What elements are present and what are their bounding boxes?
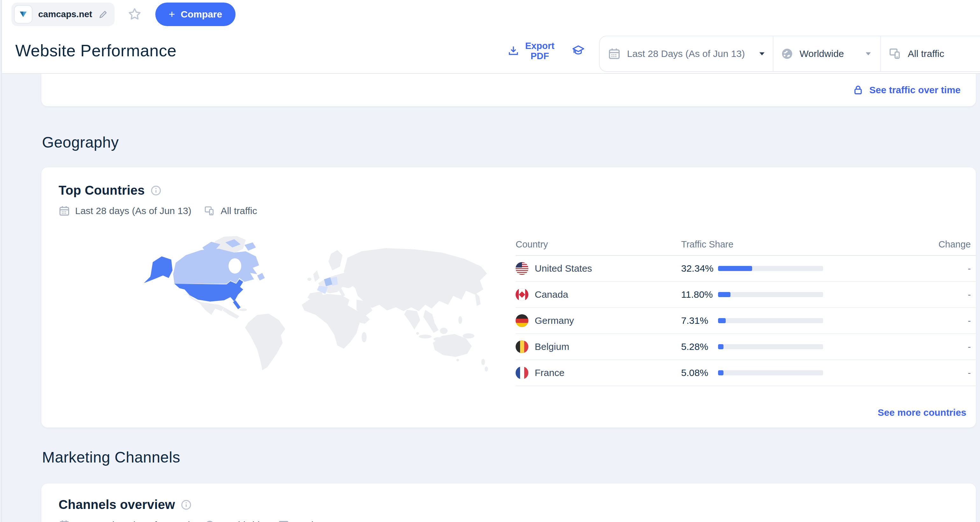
traffic-share-value: 11.80% bbox=[681, 289, 713, 300]
meta-date-range: Last 28 days (As of Jun 13) bbox=[59, 205, 191, 217]
alaska-shape bbox=[144, 256, 172, 283]
top-countries-card: Top Countries bbox=[41, 167, 976, 428]
country-name: Belgium bbox=[535, 341, 569, 352]
left-edge-divider bbox=[0, 0, 2, 522]
meta-date-range: Last 28 days (As of Jun 13) bbox=[59, 519, 191, 522]
export-pdf-label: Export PDF bbox=[525, 41, 554, 61]
caret-down-icon bbox=[865, 52, 872, 56]
channels-overview-title: Channels overview bbox=[59, 498, 175, 512]
info-icon[interactable] bbox=[181, 500, 192, 510]
compare-button[interactable]: + Compare bbox=[155, 3, 235, 26]
website-performance-page: camcaps.net + Compare Website Performanc… bbox=[0, 0, 980, 522]
country-filter[interactable]: Worldwide bbox=[773, 36, 880, 71]
lock-icon bbox=[853, 85, 864, 95]
traffic-share-value: 32.34% bbox=[681, 263, 713, 274]
see-traffic-over-time-link[interactable]: See traffic over time bbox=[853, 74, 961, 106]
table-header-row: Country Traffic Share Change bbox=[515, 233, 976, 256]
table-row[interactable]: France5.08%- bbox=[515, 360, 976, 386]
col-country: Country bbox=[515, 239, 681, 250]
traffic-type-filter[interactable]: All traffic bbox=[880, 36, 980, 71]
traffic-share-bar bbox=[718, 344, 823, 349]
traffic-share-bar bbox=[718, 318, 823, 323]
country-name: United States bbox=[535, 263, 592, 274]
meta-device: Desktop bbox=[278, 519, 329, 522]
change-value: - bbox=[823, 316, 976, 326]
table-row[interactable]: Canada11.80%- bbox=[515, 282, 976, 308]
us-flag-icon bbox=[515, 262, 528, 275]
change-value: - bbox=[823, 342, 976, 352]
traffic-share-bar bbox=[718, 370, 823, 375]
de-flag-icon bbox=[515, 314, 528, 327]
channels-overview-card: Channels overview bbox=[41, 484, 976, 522]
table-row[interactable]: United States32.34%- bbox=[515, 256, 976, 282]
country-filter-label: Worldwide bbox=[800, 48, 844, 59]
meta-traffic-type: All traffic bbox=[204, 205, 257, 217]
change-value: - bbox=[823, 368, 976, 378]
page-header: Website Performance Export PDF bbox=[0, 29, 980, 74]
section-title-geography: Geography bbox=[42, 133, 119, 151]
table-row[interactable]: Germany7.31%- bbox=[515, 308, 976, 334]
countries-rows: United States32.34%-Canada11.80%-Germany… bbox=[515, 256, 976, 386]
date-range-label: Last 28 Days (As of Jun 13) bbox=[627, 48, 752, 59]
country-name: Germany bbox=[535, 315, 574, 326]
top-bar: camcaps.net + Compare bbox=[0, 0, 980, 29]
col-change: Change bbox=[823, 239, 976, 250]
be-flag-icon bbox=[515, 340, 528, 353]
calendar-icon bbox=[608, 48, 620, 60]
traffic-share-bar bbox=[718, 266, 823, 271]
change-value: - bbox=[823, 263, 976, 274]
date-range-filter[interactable]: Last 28 Days (As of Jun 13) bbox=[600, 36, 773, 71]
table-row[interactable]: Belgium5.28%- bbox=[515, 334, 976, 360]
traffic-type-label: All traffic bbox=[908, 48, 944, 59]
devices-icon bbox=[889, 47, 902, 60]
domain-chip[interactable]: camcaps.net bbox=[11, 3, 115, 26]
section-title-marketing-channels: Marketing Channels bbox=[42, 449, 180, 466]
favorite-star-icon[interactable] bbox=[127, 6, 143, 22]
plus-icon: + bbox=[169, 8, 175, 21]
site-favicon bbox=[14, 5, 32, 24]
info-icon[interactable] bbox=[151, 185, 161, 196]
country-name: Canada bbox=[535, 289, 568, 300]
ca-flag-icon bbox=[515, 288, 528, 301]
compare-label: Compare bbox=[181, 9, 222, 20]
traffic-share-bar bbox=[718, 292, 823, 297]
see-more-countries-link[interactable]: See more countries bbox=[878, 407, 966, 418]
caret-down-icon bbox=[759, 52, 765, 56]
fr-flag-icon bbox=[515, 367, 528, 379]
change-value: - bbox=[823, 289, 976, 300]
meta-geo: Worldwide bbox=[204, 519, 265, 522]
traffic-share-value: 5.08% bbox=[681, 367, 713, 378]
edit-icon[interactable] bbox=[98, 9, 108, 19]
world-map[interactable] bbox=[43, 233, 500, 388]
export-pdf-button[interactable]: Export PDF bbox=[508, 41, 554, 61]
traffic-share-value: 7.31% bbox=[681, 315, 713, 326]
academy-cap-icon[interactable] bbox=[571, 44, 585, 58]
top-countries-title: Top Countries bbox=[59, 183, 145, 198]
traffic-card-tail: See traffic over time bbox=[41, 74, 976, 106]
col-traffic-share: Traffic Share bbox=[681, 239, 823, 250]
download-icon bbox=[508, 45, 519, 57]
domain-label: camcaps.net bbox=[38, 9, 92, 19]
page-title: Website Performance bbox=[15, 29, 177, 73]
canada-shape bbox=[173, 249, 259, 284]
globe-icon bbox=[780, 47, 794, 60]
top-countries-body: Country Traffic Share Change United Stat… bbox=[41, 233, 976, 388]
top-countries-table: Country Traffic Share Change United Stat… bbox=[515, 233, 976, 388]
traffic-share-value: 5.28% bbox=[681, 341, 713, 352]
see-traffic-label: See traffic over time bbox=[869, 85, 961, 95]
filter-group: Last 28 Days (As of Jun 13) Worldwide bbox=[599, 36, 980, 72]
country-name: France bbox=[535, 367, 564, 378]
